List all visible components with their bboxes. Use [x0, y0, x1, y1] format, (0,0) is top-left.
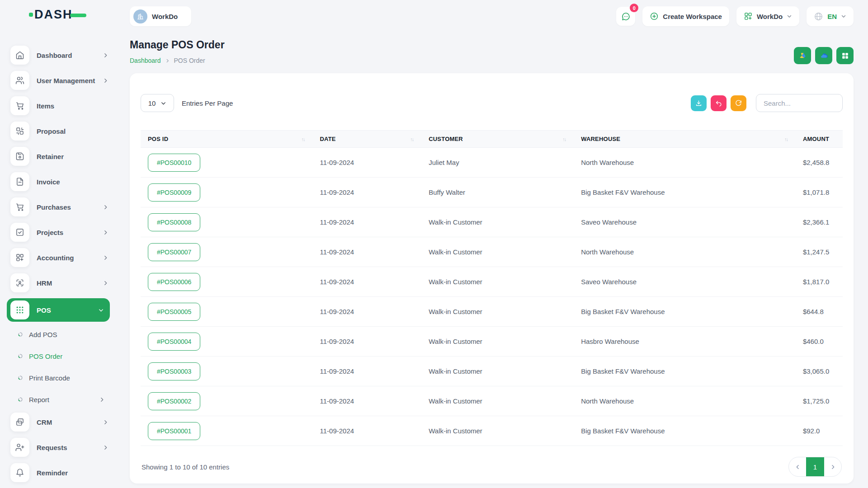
sidebar-item-requests[interactable]: Requests	[10, 437, 108, 457]
sidebar-subitem-add-pos[interactable]: Add POS	[10, 325, 108, 343]
pos-id-cell: #POS00006	[141, 267, 312, 297]
pagination-prev[interactable]	[789, 457, 806, 476]
pos-id-link[interactable]: #POS00004	[148, 333, 200, 351]
pos-id-link[interactable]: #POS00008	[148, 213, 200, 231]
column-header-pos-id[interactable]: POS ID↑↓	[141, 131, 312, 148]
sidebar-item-label: Proposal	[37, 127, 66, 135]
entries-per-page-select[interactable]: 10	[141, 94, 174, 112]
sidebar-item-accounting[interactable]: Accounting	[10, 248, 108, 267]
sidebar-item-label: Dashboard	[37, 52, 72, 59]
sidebar-item-hrm[interactable]: HRM	[10, 273, 108, 293]
save-icon	[10, 147, 29, 166]
amount-cell: $1,817.0	[796, 267, 843, 297]
pos-id-link[interactable]: #POS00010	[148, 154, 200, 172]
column-label: AMOUNT	[803, 136, 829, 142]
sidebar-item-proposal[interactable]: Proposal	[10, 121, 108, 141]
breadcrumb-dashboard-link[interactable]: Dashboard	[130, 57, 161, 64]
search-input[interactable]	[756, 94, 843, 112]
sidebar-item-projects[interactable]: Projects	[10, 222, 108, 242]
page-header: Manage POS Order Dashboard POS Order	[115, 28, 868, 64]
sidebar-subitem-label: POS Order	[29, 352, 62, 360]
google-drive-button[interactable]	[794, 47, 811, 64]
scan-user-icon	[10, 273, 29, 292]
column-label: WAREHOUSE	[581, 136, 620, 142]
column-header-amount: AMOUNT	[796, 131, 843, 148]
warehouse-cell: Big Basket F&V Warehouse	[574, 357, 796, 386]
sidebar-item-label: POS	[37, 306, 51, 314]
pagination-next[interactable]	[824, 457, 841, 476]
pos-id-link[interactable]: #POS00007	[148, 243, 200, 261]
order-date-cell: 11-09-2024	[312, 178, 421, 207]
order-date-cell: 11-09-2024	[312, 207, 421, 237]
pos-id-link[interactable]: #POS00009	[148, 183, 200, 202]
apps-grid-icon	[841, 52, 849, 60]
bullet-icon	[18, 332, 23, 337]
sidebar-item-purchases[interactable]: Purchases	[10, 197, 108, 217]
order-date-cell: 11-09-2024	[312, 416, 421, 446]
chevron-left-icon	[795, 464, 801, 470]
breadcrumb-separator-icon	[165, 58, 170, 63]
export-button[interactable]	[691, 95, 707, 111]
brand-name: DASH	[34, 8, 73, 22]
topbar: WorkDo 0 Create Workspace WorkDo EN	[115, 0, 868, 28]
sidebar-item-reminder[interactable]: Reminder	[10, 463, 108, 483]
workspace-selector[interactable]: WorkDo	[130, 6, 191, 26]
sidebar-item-items[interactable]: Items	[10, 96, 108, 116]
warehouse-cell: North Warehouse	[574, 237, 796, 267]
logo-dash-icon	[70, 14, 86, 17]
refresh-button[interactable]	[731, 95, 746, 111]
sidebar-subitem-report[interactable]: Report	[10, 390, 108, 408]
column-label: CUSTOMER	[429, 136, 463, 142]
pagination-page-1[interactable]: 1	[806, 457, 824, 476]
customer-cell: Walk-in Customer	[421, 207, 574, 237]
chevron-right-icon	[103, 419, 108, 425]
sidebar-item-retainer[interactable]: Retainer	[10, 146, 108, 166]
workdo-menu-button[interactable]: WorkDo	[736, 6, 799, 26]
users-icon	[10, 71, 29, 90]
chevron-right-icon	[99, 397, 105, 403]
create-workspace-button[interactable]: Create Workspace	[642, 6, 729, 26]
chevron-right-icon	[103, 230, 108, 235]
chevron-right-icon	[103, 255, 108, 261]
logo-dot-icon	[29, 13, 33, 17]
column-header-date[interactable]: DATE↑↓	[312, 131, 421, 148]
column-header-warehouse[interactable]: WAREHOUSE↑↓	[574, 131, 796, 148]
column-header-customer[interactable]: CUSTOMER↑↓	[421, 131, 574, 148]
sidebar-item-invoice[interactable]: Invoice	[10, 172, 108, 192]
pos-id-link[interactable]: #POS00005	[148, 303, 200, 321]
apps-grid-button[interactable]	[836, 47, 854, 64]
pos-id-link[interactable]: #POS00002	[148, 392, 200, 410]
customer-cell: Walk-in Customer	[421, 267, 574, 297]
language-selector[interactable]: EN	[807, 6, 854, 26]
layout-arrows-icon	[10, 122, 29, 141]
sidebar-item-label: Requests	[37, 444, 67, 451]
sidebar-item-pos[interactable]: POS	[7, 298, 110, 322]
customer-cell: Buffy Walter	[421, 178, 574, 207]
pos-id-link[interactable]: #POS00006	[148, 273, 200, 291]
sidebar-item-dashboard[interactable]: Dashboard	[10, 45, 108, 65]
sidebar-item-user-management[interactable]: User Management	[10, 70, 108, 90]
sidebar-subitem-print-barcode[interactable]: Print Barcode	[10, 369, 108, 387]
warehouse-cell: Saveo Warehouse	[574, 207, 796, 237]
pos-id-cell: #POS00003	[141, 357, 312, 386]
sort-icon: ↑↓	[410, 136, 414, 142]
amount-cell: $2,366.1	[796, 207, 843, 237]
pos-id-link[interactable]: #POS00003	[148, 362, 200, 380]
onedrive-button[interactable]	[815, 47, 832, 64]
sidebar-item-label: CRM	[37, 418, 52, 426]
sidebar-subitem-label: Print Barcode	[29, 374, 70, 382]
download-icon	[695, 99, 703, 107]
sidebar-item-crm[interactable]: CRM	[10, 412, 108, 432]
pos-id-link[interactable]: #POS00001	[148, 422, 200, 440]
sidebar-item-label: HRM	[37, 279, 52, 287]
sidebar-subitem-pos-order[interactable]: POS Order	[10, 347, 108, 365]
column-label: DATE	[320, 136, 335, 142]
undo-button[interactable]	[711, 95, 726, 111]
amount-cell: $1,247.5	[796, 237, 843, 267]
column-label: POS ID	[148, 136, 168, 142]
brand-logo[interactable]: DASH	[0, 0, 115, 29]
messages-button[interactable]: 0	[616, 7, 635, 26]
sidebar: DASH DashboardUser ManagementItemsPropos…	[0, 0, 115, 488]
table-row: #POS0000511-09-2024Walk-in CustomerBig B…	[141, 297, 843, 327]
entries-per-page-label: Entries Per Page	[182, 99, 233, 107]
